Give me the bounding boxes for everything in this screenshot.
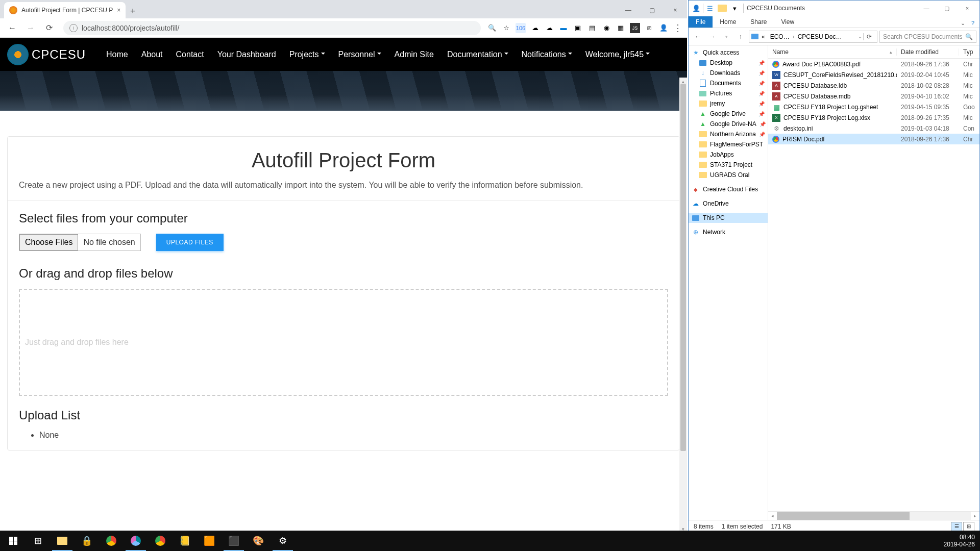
scroll-left-icon[interactable]: ◂: [768, 512, 777, 520]
exp-up-button[interactable]: ↑: [734, 31, 747, 43]
ribbon-tab-home[interactable]: Home: [713, 16, 743, 28]
calendar-extension-icon[interactable]: 106: [516, 23, 526, 33]
tree-this-pc[interactable]: This PC: [689, 213, 768, 223]
ext-icon-3[interactable]: ▬: [558, 23, 569, 33]
ribbon-tab-share[interactable]: Share: [743, 16, 774, 28]
tree-downloads[interactable]: Downloads📌: [689, 68, 768, 78]
ribbon-expand-icon[interactable]: ⌄: [958, 18, 967, 28]
task-view-button[interactable]: ⊞: [26, 531, 50, 551]
back-button[interactable]: ←: [4, 20, 20, 36]
zoom-icon[interactable]: 🔍: [487, 23, 497, 33]
exp-close-button[interactable]: ×: [957, 1, 977, 15]
ext-icon-2[interactable]: ☁: [544, 23, 554, 33]
tree-naz[interactable]: Northern Arizona📌: [689, 129, 768, 139]
taskbar-app-12[interactable]: ⚙: [271, 531, 295, 551]
breadcrumb[interactable]: « ECO… › CPCESU Doc… ⌄ ⟳: [749, 31, 877, 43]
site-logo[interactable]: CPCESU: [7, 44, 86, 65]
breadcrumb-pre[interactable]: «: [760, 32, 767, 41]
start-button[interactable]: [1, 531, 26, 551]
explorer-search-input[interactable]: Search CPCESU Documents 🔍: [879, 31, 976, 43]
column-name[interactable]: Name: [768, 48, 897, 56]
nav-welcome[interactable]: Welcome, jlr545: [580, 45, 655, 64]
profile-icon[interactable]: 👤: [658, 23, 669, 33]
file-row[interactable]: CPCESU Database.mdb2019-04-10 16:02Mic: [768, 91, 979, 102]
scrollbar-thumb[interactable]: [680, 84, 686, 451]
exp-back-button[interactable]: ←: [692, 31, 704, 43]
taskbar-app-6[interactable]: [124, 531, 148, 551]
nav-about[interactable]: About: [136, 45, 168, 64]
ext-icon-6[interactable]: ◉: [601, 23, 611, 33]
nav-projects[interactable]: Projects: [284, 45, 330, 64]
tree-jobapps[interactable]: JobApps: [689, 149, 768, 160]
exp-forward-button[interactable]: →: [706, 31, 718, 43]
nav-admin[interactable]: Admin Site: [389, 45, 439, 64]
breadcrumb-seg1[interactable]: ECO…: [768, 32, 792, 41]
clock[interactable]: 08:40 2019-04-26: [944, 534, 975, 548]
details-view-button[interactable]: ☰: [951, 522, 962, 531]
h-scrollbar-thumb[interactable]: [777, 512, 910, 520]
column-date[interactable]: Date modified: [897, 48, 959, 56]
drop-zone[interactable]: Just drag and drop files here: [19, 289, 668, 396]
ribbon-tab-file[interactable]: File: [689, 16, 713, 28]
site-info-icon[interactable]: i: [69, 24, 78, 32]
tab-close-icon[interactable]: ×: [117, 7, 120, 14]
large-icons-view-button[interactable]: ⊞: [963, 522, 974, 531]
taskbar-app-10[interactable]: ⬛: [222, 531, 246, 551]
tree-jremy[interactable]: jremy📌: [689, 98, 768, 109]
maximize-button[interactable]: ▢: [640, 2, 664, 18]
tree-ugrads[interactable]: UGRADS Oral: [689, 170, 768, 180]
file-row[interactable]: PRISM Doc.pdf2018-09-26 17:36Chr: [768, 134, 979, 144]
tree-quick-access[interactable]: ★Quick access: [689, 47, 768, 58]
ext-icon-8[interactable]: JS: [630, 23, 640, 33]
star-icon[interactable]: ☆: [501, 23, 511, 33]
tree-gdrive-na[interactable]: Google Drive-NA📌: [689, 119, 768, 129]
file-row[interactable]: CESUPT_CoreFieldsRevised_20181210.docx20…: [768, 69, 979, 80]
refresh-icon[interactable]: ⟳: [863, 33, 875, 40]
qat-properties-icon[interactable]: ☰: [704, 3, 716, 14]
close-button[interactable]: ×: [664, 2, 687, 18]
ext-icon-7[interactable]: ▦: [616, 23, 626, 33]
tree-onedrive[interactable]: OneDrive: [689, 198, 768, 209]
nav-contact[interactable]: Contact: [171, 45, 209, 64]
qat-folder-icon[interactable]: [717, 3, 728, 14]
taskbar-app-8[interactable]: 📒: [173, 531, 197, 551]
browser-menu-icon[interactable]: ⋮: [673, 23, 683, 33]
file-row[interactable]: CPCESU FY18 Project Log.gsheet2019-04-15…: [768, 102, 979, 112]
file-row[interactable]: CPCESU FY18 Project Log.xlsx2018-09-26 1…: [768, 112, 979, 123]
reload-button[interactable]: ⟳: [41, 20, 57, 36]
taskbar-app-4[interactable]: 🔒: [75, 531, 99, 551]
nav-docs[interactable]: Documentation: [442, 45, 513, 64]
nav-personnel[interactable]: Personnel: [333, 45, 386, 64]
nav-home[interactable]: Home: [101, 45, 133, 64]
page-scrollbar[interactable]: ▴ ▾: [679, 78, 687, 533]
taskbar-app-7[interactable]: [148, 531, 173, 551]
ribbon-help-icon[interactable]: ?: [968, 18, 977, 28]
ribbon-tab-view[interactable]: View: [774, 16, 801, 28]
tree-gdrive[interactable]: Google Drive📌: [689, 109, 768, 119]
tree-desktop[interactable]: Desktop📌: [689, 58, 768, 68]
tree-flag[interactable]: FlagMemesForPST: [689, 139, 768, 149]
browser-tab[interactable]: Autofill Project Form | CPCESU P ×: [4, 2, 126, 18]
qat-dropdown-icon[interactable]: ▾: [729, 3, 740, 14]
upload-files-button[interactable]: UPLOAD FILES: [156, 234, 224, 251]
new-tab-button[interactable]: +: [126, 4, 140, 18]
choose-files-button[interactable]: Choose Files: [19, 234, 78, 251]
url-input[interactable]: i localhost:8000/projects/autofill/: [63, 21, 481, 35]
minimize-button[interactable]: —: [617, 2, 640, 18]
tree-creative-cloud[interactable]: Creative Cloud Files: [689, 184, 768, 194]
cast-icon[interactable]: ⎚: [644, 23, 654, 33]
file-row[interactable]: desktop.ini2019-01-03 04:18Con: [768, 123, 979, 134]
taskbar-file-explorer[interactable]: [50, 531, 75, 551]
taskbar-app-5[interactable]: [99, 531, 124, 551]
ext-icon-4[interactable]: ▣: [573, 23, 583, 33]
ext-icon-1[interactable]: ☁: [530, 23, 540, 33]
tree-documents[interactable]: Documents📌: [689, 78, 768, 88]
file-row[interactable]: CPCESU Database.ldb2018-10-02 08:28Mic: [768, 80, 979, 91]
exp-maximize-button[interactable]: ▢: [937, 1, 957, 15]
column-type[interactable]: Typ: [959, 48, 979, 56]
taskbar-app-11[interactable]: 🎨: [246, 531, 271, 551]
breadcrumb-dropdown-icon[interactable]: ⌄: [858, 34, 862, 39]
tree-network[interactable]: Network: [689, 227, 768, 237]
exp-minimize-button[interactable]: —: [916, 1, 937, 15]
qat-icon-1[interactable]: 👤: [691, 3, 702, 14]
